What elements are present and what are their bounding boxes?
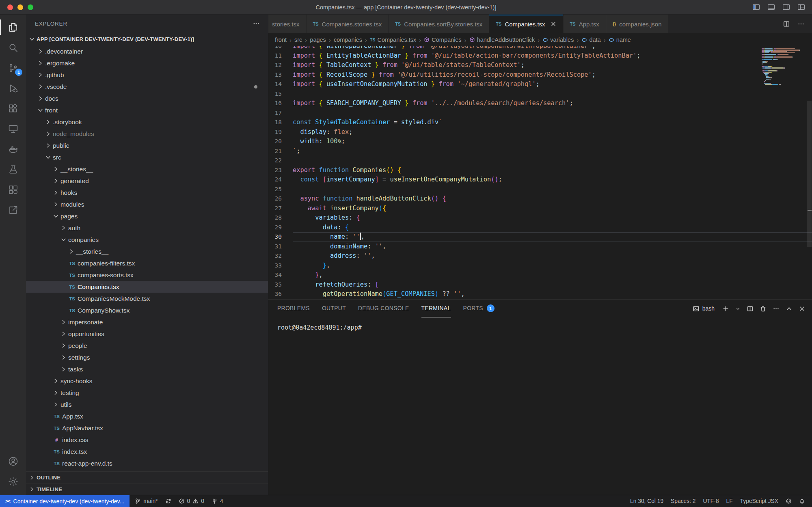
tree-folder-tasks[interactable]: tasks: [26, 363, 268, 375]
breadcrumb-front[interactable]: front: [275, 37, 287, 43]
remote-indicator-button[interactable]: >< Container dev-twenty-dev (dev-twenty-…: [0, 495, 130, 507]
tree-folder-utils[interactable]: utils: [26, 399, 268, 410]
line-number[interactable]: 19: [268, 127, 293, 137]
tab-companies.json[interactable]: {}companies.json: [606, 15, 669, 33]
line-number[interactable]: 22: [268, 156, 293, 166]
line-number[interactable]: 29: [268, 223, 293, 233]
split-terminal-button[interactable]: [747, 305, 754, 312]
line-number[interactable]: 23: [268, 166, 293, 175]
code-text[interactable]: getOperationName(GET_COMPANIES) ?? '',: [293, 289, 812, 299]
layout-panel-icon[interactable]: [767, 3, 775, 11]
breadcrumb-data[interactable]: data: [581, 37, 600, 43]
line-number[interactable]: 13: [268, 70, 293, 80]
line-number[interactable]: 16: [268, 99, 293, 108]
scrollbar-thumb[interactable]: [807, 101, 812, 247]
line-number[interactable]: 11: [268, 51, 293, 61]
tree-folder-pages[interactable]: pages: [26, 210, 268, 222]
code-line-35[interactable]: 35 refetchQueries: [: [268, 280, 812, 290]
code-editor[interactable]: 10import { WithTopBarContainer } from '@…: [268, 46, 812, 299]
line-number[interactable]: 26: [268, 194, 293, 204]
code-text[interactable]: `;: [293, 147, 812, 156]
tab-Companies.sortBy.stories.tsx[interactable]: TSCompanies.sortBy.stories.tsx: [389, 15, 489, 33]
code-line-30[interactable]: 30 name: '',: [268, 232, 812, 242]
breadcrumb-Companies.tsx[interactable]: TSCompanies.tsx: [370, 37, 416, 43]
views-more-actions-button[interactable]: [253, 20, 260, 27]
layout-sidebar-icon[interactable]: [752, 3, 760, 11]
feedback-button[interactable]: [782, 495, 795, 507]
code-line-32[interactable]: 32 address: '',: [268, 251, 812, 261]
tree-folder-impersonate[interactable]: impersonate: [26, 316, 268, 328]
code-line-17[interactable]: 17: [268, 108, 812, 118]
new-terminal-button[interactable]: [722, 305, 729, 312]
tab-App.tsx[interactable]: TSApp.tsx: [564, 15, 606, 33]
code-line-24[interactable]: 24 const [insertCompany] = useInsertOneC…: [268, 175, 812, 185]
close-panel-button[interactable]: [799, 305, 806, 312]
code-line-11[interactable]: 11import { EntityTableActionBar } from '…: [268, 51, 812, 61]
code-text[interactable]: import { useInsertOneCompanyMutation } f…: [293, 80, 812, 89]
code-line-31[interactable]: 31 domainName: '',: [268, 242, 812, 252]
tree-folder-public[interactable]: public: [26, 140, 268, 151]
tree-folder-people[interactable]: people: [26, 340, 268, 352]
code-text[interactable]: import { EntityTableActionBar } from '@/…: [293, 51, 812, 61]
terminal-shell-selector[interactable]: bash: [693, 305, 715, 312]
tree-folder-.devcontainer[interactable]: .devcontainer: [26, 45, 268, 57]
tree-folder-modules[interactable]: modules: [26, 198, 268, 210]
tab-Companies.tsx[interactable]: TSCompanies.tsx: [489, 15, 563, 33]
forwarded-ports-button[interactable]: 4: [208, 495, 227, 507]
code-line-19[interactable]: 19 display: flex;: [268, 127, 812, 137]
panel-tab-problems[interactable]: PROBLEMS: [277, 300, 310, 317]
tree-file-CompaniesMockMode.tsx[interactable]: TSCompaniesMockMode.tsx: [26, 293, 268, 304]
tree-folder-__stories__[interactable]: __stories__: [26, 246, 268, 257]
panel-tab-debug-console[interactable]: DEBUG CONSOLE: [358, 300, 409, 317]
code-line-29[interactable]: 29 data: {: [268, 223, 812, 233]
activity-item-organization[interactable]: [0, 179, 26, 200]
tree-folder-hooks[interactable]: hooks: [26, 187, 268, 198]
code-line-26[interactable]: 26 async function handleAddButtonClick()…: [268, 194, 812, 204]
line-number[interactable]: 24: [268, 175, 293, 185]
activity-item-live-preview[interactable]: [0, 200, 26, 220]
line-number[interactable]: 20: [268, 137, 293, 147]
line-number[interactable]: 28: [268, 213, 293, 223]
code-text[interactable]: },: [293, 261, 812, 271]
code-line-14[interactable]: 14import { useInsertOneCompanyMutation }…: [268, 80, 812, 89]
tree-folder-opportunities[interactable]: opportunities: [26, 328, 268, 340]
line-number[interactable]: 27: [268, 204, 293, 214]
line-number[interactable]: 33: [268, 261, 293, 271]
tree-folder-generated[interactable]: generated: [26, 175, 268, 187]
code-line-22[interactable]: 22: [268, 156, 812, 166]
tree-folder-__stories__[interactable]: __stories__: [26, 163, 268, 175]
code-line-16[interactable]: 16import { SEARCH_COMPANY_QUERY } from '…: [268, 99, 812, 108]
tree-folder-sync-hooks[interactable]: sync-hooks: [26, 375, 268, 387]
breadcrumb-Companies[interactable]: Companies: [424, 37, 461, 43]
code-line-33[interactable]: 33 },: [268, 261, 812, 271]
panel-more-actions-button[interactable]: [773, 305, 780, 312]
code-text[interactable]: await insertCompany({: [293, 204, 812, 214]
language-mode-button[interactable]: TypeScript JSX: [736, 495, 782, 507]
section-timeline[interactable]: TIMELINE: [26, 483, 268, 495]
code-text[interactable]: import { WithTopBarContainer } from '@/u…: [293, 46, 812, 51]
tree-folder-front[interactable]: front: [26, 104, 268, 116]
code-line-23[interactable]: 23export function Companies() {: [268, 166, 812, 175]
line-number[interactable]: 18: [268, 118, 293, 127]
line-number[interactable]: 34: [268, 270, 293, 280]
close-window-button[interactable]: [7, 4, 13, 10]
minimap[interactable]: [762, 48, 806, 86]
tree-folder-settings[interactable]: settings: [26, 352, 268, 363]
code-line-10[interactable]: 10import { WithTopBarContainer } from '@…: [268, 46, 812, 51]
tree-file-index.css[interactable]: #index.css: [26, 434, 268, 446]
code-text[interactable]: import { SEARCH_COMPANY_QUERY } from '..…: [293, 99, 812, 108]
code-text[interactable]: },: [293, 270, 812, 280]
code-line-12[interactable]: 12import { TableContext } from '@/ui/tab…: [268, 60, 812, 70]
code-text[interactable]: const StyledTableContainer = styled.div`: [293, 118, 812, 127]
line-number[interactable]: 17: [268, 108, 293, 118]
activity-item-accounts[interactable]: [0, 451, 26, 471]
indentation-button[interactable]: Spaces: 2: [667, 495, 699, 507]
split-editor-button[interactable]: [783, 20, 790, 28]
code-text[interactable]: refetchQueries: [: [293, 280, 812, 290]
terminal-dropdown-button[interactable]: [735, 306, 741, 311]
problems-button[interactable]: 0 0: [175, 495, 208, 507]
code-text[interactable]: variables: {: [293, 213, 812, 223]
code-line-36[interactable]: 36 getOperationName(GET_COMPANIES) ?? ''…: [268, 289, 812, 299]
editor-scrollbar[interactable]: [806, 46, 812, 299]
panel-tab-terminal[interactable]: TERMINAL: [421, 300, 451, 317]
